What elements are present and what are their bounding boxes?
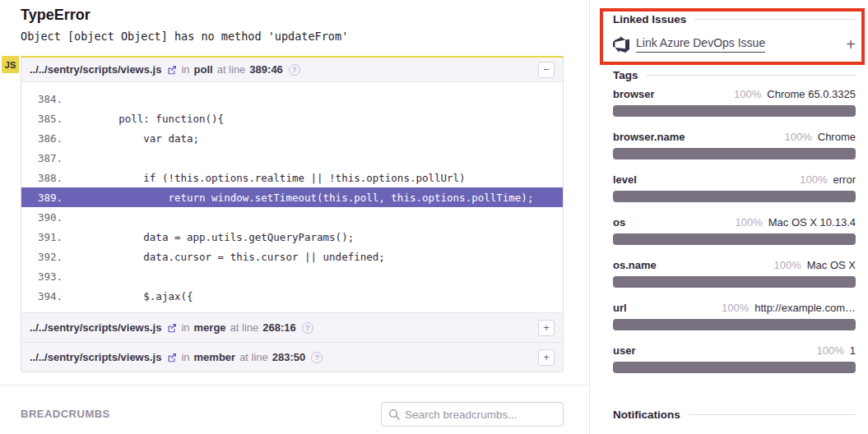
tag-label[interactable]: os.name [613, 259, 657, 271]
azure-devops-icon [613, 36, 629, 53]
frame-file-path[interactable]: ../../sentry/scripts/views.js [30, 351, 161, 363]
code-line-number: 393. [21, 270, 69, 283]
breadcrumbs-search-input[interactable] [405, 409, 556, 421]
external-link-icon[interactable] [167, 65, 177, 75]
question-circle-icon[interactable]: ? [302, 322, 313, 334]
link-azure-devops-issue-link[interactable]: Link Azure DevOps Issue [636, 36, 765, 53]
tag-value[interactable]: Mac OS X [807, 259, 856, 271]
frame-atline-label: at line [217, 63, 246, 76]
breadcrumbs-search[interactable] [381, 402, 564, 427]
heading-rule [689, 414, 856, 415]
code-line: 394. $.ajax({ [21, 286, 563, 306]
tag-percent: 100% [722, 302, 749, 314]
tag-item: browser 100% Chrome 65.0.3325 [613, 88, 856, 117]
tag-percent: 100% [785, 131, 812, 143]
frame-atline-label: at line [230, 321, 259, 334]
platform-js-badge: JS [2, 56, 19, 73]
frame-function-name: poll [194, 63, 213, 76]
tag-item: os 100% Mac OS X 10.13.4 [613, 216, 856, 245]
breadcrumbs-section-title: BREADCRUMBS [21, 408, 110, 420]
tag-item: browser.name 100% Chrome [613, 131, 856, 159]
frame-function-name: member [194, 351, 236, 363]
question-circle-icon[interactable]: ? [311, 352, 323, 363]
frame-in-label: in [181, 351, 189, 363]
question-circle-icon[interactable]: ? [289, 64, 300, 76]
tag-percent: 100% [800, 173, 827, 186]
stack-frame-header[interactable]: ../../sentry/scripts/views.js in member … [21, 342, 563, 372]
code-line-number: 388. [21, 172, 69, 184]
linked-issues-heading: Linked Issues [613, 13, 856, 25]
collapse-frame-button[interactable]: − [538, 62, 555, 78]
tag-label[interactable]: os [613, 216, 625, 229]
tag-distribution-bar[interactable] [613, 233, 856, 245]
tag-value[interactable]: http://example.com… [754, 302, 856, 314]
code-line-text: data.cursor = this.cursor || undefined; [69, 251, 385, 263]
tag-value[interactable]: 1 [850, 344, 856, 357]
linked-issues-title: Linked Issues [613, 13, 686, 25]
search-icon [388, 409, 400, 420]
code-line-number: 386. [21, 132, 69, 145]
tag-distribution-bar[interactable] [613, 191, 856, 202]
code-line: 388. if (!this.options.realtime || !this… [21, 168, 563, 187]
tag-label[interactable]: level [613, 173, 637, 186]
code-line: 385. poll: function(){ [21, 108, 563, 128]
plus-icon[interactable]: + [846, 36, 856, 53]
code-line: 390. [21, 207, 563, 227]
tag-distribution-bar[interactable] [613, 148, 856, 159]
tag-label[interactable]: browser.name [613, 131, 685, 143]
page-title: TypeError [21, 7, 91, 24]
tag-label[interactable]: browser [613, 88, 655, 100]
code-line-number: 391. [21, 231, 69, 243]
linked-issues-row: Link Azure DevOps Issue + [613, 36, 856, 53]
tags-title: Tags [613, 69, 638, 81]
code-line: 393. [21, 266, 563, 286]
tag-percent: 100% [736, 216, 763, 229]
tag-distribution-bar[interactable] [613, 276, 856, 288]
frame-file-path[interactable]: ../../sentry/scripts/views.js [30, 321, 161, 334]
tag-percent: 100% [817, 344, 844, 357]
code-line-number: 394. [21, 290, 69, 302]
source-code-context: 384. 385. poll: function(){ 386. var dat… [21, 82, 563, 312]
stack-trace-panel: ../../sentry/scripts/views.js in poll at… [21, 56, 564, 372]
expand-frame-button[interactable]: + [538, 320, 555, 336]
code-line-number: 384. [21, 93, 69, 105]
sidebar-divider [589, 0, 590, 434]
tag-distribution-bar[interactable] [613, 362, 856, 373]
tag-item: os.name 100% Mac OS X [613, 259, 856, 288]
tag-distribution-bar[interactable] [613, 105, 856, 117]
frame-file-path[interactable]: ../../sentry/scripts/views.js [30, 63, 161, 76]
heading-rule [694, 19, 856, 20]
expand-frame-button[interactable]: + [538, 349, 555, 366]
frame-function-name: merge [194, 321, 226, 334]
tag-value[interactable]: Chrome 65.0.3325 [767, 88, 856, 100]
frame-line-number: 268:16 [262, 321, 295, 334]
tag-distribution-bar[interactable] [613, 319, 856, 330]
code-line: 384. [21, 89, 563, 108]
frame-in-label: in [181, 63, 189, 76]
tag-value[interactable]: error [833, 173, 856, 186]
code-line-text: data = app.utils.getQueryParams(); [69, 231, 354, 243]
code-line-text: if (!this.options.realtime || !this.opti… [69, 172, 466, 184]
heading-rule [647, 75, 856, 76]
frame-in-label: in [181, 321, 189, 334]
code-line: 387. [21, 148, 563, 168]
tag-item: url 100% http://example.com… [613, 302, 856, 330]
stack-frame-header[interactable]: ../../sentry/scripts/views.js in poll at… [21, 58, 563, 82]
frame-line-number: 283:50 [272, 351, 305, 363]
code-line-number: 392. [21, 251, 69, 263]
code-line-text: $.ajax({ [69, 290, 193, 302]
code-line-number: 390. [21, 211, 69, 224]
code-line: 391. data = app.utils.getQueryParams(); [21, 227, 563, 247]
tag-percent: 100% [774, 259, 801, 271]
tag-item: user 100% 1 [613, 344, 856, 373]
code-line-text: return window.setTimeout(this.poll, this… [69, 192, 533, 204]
code-line-number: 389. [21, 192, 69, 204]
tag-label[interactable]: user [613, 344, 635, 357]
tag-value[interactable]: Chrome [818, 131, 856, 143]
tag-label[interactable]: url [613, 302, 627, 314]
external-link-icon[interactable] [167, 323, 177, 333]
tag-value[interactable]: Mac OS X 10.13.4 [768, 216, 856, 229]
stack-frame-header[interactable]: ../../sentry/scripts/views.js in merge a… [21, 312, 563, 342]
external-link-icon[interactable] [167, 353, 177, 362]
error-message: Object [object Object] has no method 'up… [21, 30, 348, 43]
